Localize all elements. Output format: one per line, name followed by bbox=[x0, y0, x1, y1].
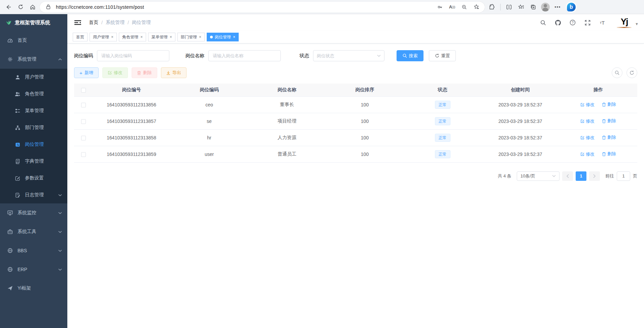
toggle-search-button[interactable] bbox=[612, 67, 622, 78]
export-button[interactable]: 导出 bbox=[161, 67, 187, 78]
refresh-table-button[interactable] bbox=[626, 67, 637, 78]
row-edit-link[interactable]: 修改 bbox=[580, 151, 595, 157]
close-icon[interactable]: × bbox=[233, 35, 235, 39]
user-avatar-menu[interactable]: Yj ▼ bbox=[617, 17, 639, 28]
cell-post-name: 项目经理 bbox=[248, 113, 326, 129]
row-edit-link[interactable]: 修改 bbox=[580, 102, 595, 108]
sidebar-item-system-tools[interactable]: 系统工具 bbox=[0, 222, 67, 241]
more-options-icon[interactable]: ⋯ bbox=[552, 2, 563, 12]
browser-toolbar: https://ccnetcore.com:1101/system/post A… bbox=[0, 0, 644, 14]
post-badge-icon bbox=[15, 142, 20, 147]
close-icon[interactable]: × bbox=[199, 35, 201, 39]
col-post-sort: 岗位排序 bbox=[326, 84, 404, 96]
collections-icon[interactable] bbox=[528, 2, 538, 12]
select-all-checkbox[interactable] bbox=[81, 88, 86, 93]
status-select[interactable]: 岗位状态 bbox=[313, 50, 384, 61]
table-row[interactable]: 1641030593112313856 ceo 董事长 100 正常 2023-… bbox=[74, 96, 637, 113]
row-checkbox[interactable] bbox=[81, 103, 86, 107]
tag-dept-mgmt[interactable]: 部门管理× bbox=[177, 33, 205, 41]
sidebar-menu: 首页 系统管理 用户管理 bbox=[0, 31, 67, 328]
sidebar-item-menu-mgmt[interactable]: 菜单管理 bbox=[0, 102, 67, 119]
row-checkbox[interactable] bbox=[81, 136, 86, 140]
search-button[interactable]: 搜索 bbox=[397, 50, 423, 61]
close-icon[interactable]: × bbox=[111, 35, 113, 39]
sidebar-fold-icon[interactable] bbox=[73, 18, 83, 28]
tag-home[interactable]: 首页 bbox=[73, 33, 88, 41]
breadcrumb-system[interactable]: 系统管理 bbox=[106, 20, 125, 26]
row-delete-link[interactable]: 删除 bbox=[602, 151, 616, 157]
reset-button[interactable]: 重置 bbox=[429, 50, 456, 61]
page-number-button[interactable]: 1 bbox=[576, 171, 586, 181]
favorites-icon[interactable] bbox=[516, 2, 526, 12]
home-icon[interactable] bbox=[28, 2, 38, 12]
post-name-input[interactable] bbox=[208, 50, 281, 61]
delete-button[interactable]: 删除 bbox=[132, 67, 157, 78]
url-text[interactable]: https://ccnetcore.com:1101/system/post bbox=[56, 4, 432, 10]
sidebar-item-post-mgmt[interactable]: 岗位管理 bbox=[0, 136, 67, 153]
sidebar-item-system-monitor[interactable]: 系统监控 bbox=[0, 203, 67, 222]
sidebar-item-yi-framework[interactable]: Yi框架 bbox=[0, 279, 67, 298]
tag-post-mgmt[interactable]: 岗位管理× bbox=[207, 33, 239, 41]
row-edit-link[interactable]: 修改 bbox=[580, 135, 595, 141]
back-icon[interactable] bbox=[3, 2, 13, 12]
row-delete-link[interactable]: 删除 bbox=[602, 118, 616, 124]
close-icon[interactable]: × bbox=[140, 35, 143, 39]
password-key-icon[interactable] bbox=[436, 3, 444, 11]
col-status: 状态 bbox=[404, 84, 481, 96]
row-edit-link[interactable]: 修改 bbox=[580, 118, 595, 124]
cell-created: 2023-03-29 18:52:37 bbox=[481, 129, 559, 146]
goto-page-input[interactable] bbox=[617, 171, 630, 181]
read-aloud-icon[interactable]: A))) bbox=[448, 3, 456, 11]
sidebar-item-user-mgmt[interactable]: 用户管理 bbox=[0, 69, 67, 86]
page-size-select[interactable]: 10条/页 bbox=[517, 171, 560, 181]
font-size-icon[interactable]: тT bbox=[597, 18, 607, 28]
tag-user-mgmt[interactable]: 用户管理× bbox=[90, 33, 117, 41]
sidebar-item-log-mgmt[interactable]: 日志管理 bbox=[0, 187, 67, 203]
sidebar-item-dict-mgmt[interactable]: 字典管理 bbox=[0, 153, 67, 170]
tag-menu-mgmt[interactable]: 菜单管理× bbox=[148, 33, 175, 41]
fullscreen-icon[interactable] bbox=[582, 18, 592, 28]
sidebar-item-param-settings[interactable]: 参数设置 bbox=[0, 170, 67, 187]
row-checkbox[interactable] bbox=[81, 119, 86, 124]
table-row[interactable]: 1641030593112313858 hr 人力资源 100 正常 2023-… bbox=[74, 129, 637, 146]
add-button[interactable]: + 新增 bbox=[74, 67, 99, 78]
browser-profile-icon[interactable] bbox=[540, 2, 550, 12]
row-delete-link[interactable]: 删除 bbox=[602, 101, 616, 107]
paper-plane-icon bbox=[7, 286, 13, 291]
split-screen-icon[interactable] bbox=[504, 2, 514, 12]
prev-page-button[interactable] bbox=[562, 171, 573, 181]
avatar: Yj bbox=[617, 17, 632, 28]
lock-icon[interactable] bbox=[44, 3, 53, 11]
chevron-down-icon bbox=[58, 250, 62, 252]
row-checkbox[interactable] bbox=[81, 152, 86, 157]
header-search-icon[interactable] bbox=[538, 18, 548, 28]
row-delete-link[interactable]: 删除 bbox=[602, 134, 616, 140]
copilot-icon[interactable]: b bbox=[566, 2, 577, 12]
refresh-icon[interactable] bbox=[15, 2, 26, 12]
add-favorite-icon[interactable] bbox=[472, 3, 481, 11]
github-icon[interactable] bbox=[553, 18, 563, 28]
sidebar-item-role-mgmt[interactable]: 角色管理 bbox=[0, 86, 67, 102]
post-code-input[interactable] bbox=[97, 50, 169, 61]
address-bar[interactable]: https://ccnetcore.com:1101/system/post A… bbox=[40, 2, 485, 12]
table-row[interactable]: 1641030593112313857 se 项目经理 100 正常 2023-… bbox=[74, 113, 637, 129]
sidebar-item-home[interactable]: 首页 bbox=[0, 31, 67, 50]
extensions-icon[interactable] bbox=[487, 2, 497, 12]
sidebar-item-bbs[interactable]: BBS bbox=[0, 241, 67, 260]
edit-button[interactable]: 修改 bbox=[102, 67, 128, 78]
caret-down-icon: ▼ bbox=[635, 22, 639, 28]
breadcrumb-home[interactable]: 首页 bbox=[89, 20, 98, 26]
cell-post-code: user bbox=[170, 146, 248, 162]
sidebar-item-system-mgmt[interactable]: 系统管理 bbox=[0, 50, 67, 69]
zoom-out-icon[interactable] bbox=[460, 3, 469, 11]
tag-role-mgmt[interactable]: 角色管理× bbox=[119, 33, 146, 41]
table-row[interactable]: 1641030593112313859 user 普通员工 100 正常 202… bbox=[74, 146, 637, 162]
sidebar-item-erp[interactable]: ERP bbox=[0, 260, 67, 279]
next-page-button[interactable] bbox=[589, 171, 600, 181]
app-logo[interactable]: 意框架管理系统 bbox=[0, 14, 67, 31]
page-unit-label: 页 bbox=[633, 173, 637, 179]
sidebar-item-dept-mgmt[interactable]: 部门管理 bbox=[0, 119, 67, 136]
close-icon[interactable]: × bbox=[170, 35, 172, 39]
help-icon[interactable]: ? bbox=[568, 18, 578, 28]
edit-icon bbox=[580, 136, 584, 140]
